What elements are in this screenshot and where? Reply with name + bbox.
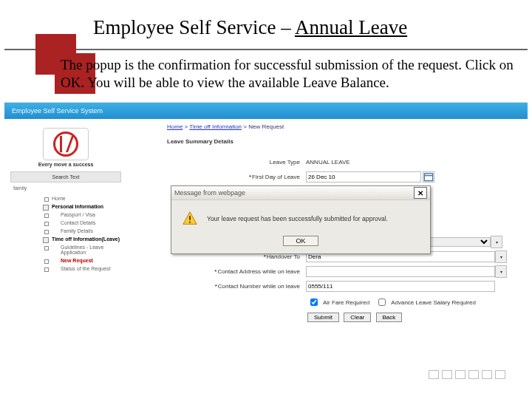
nav-status[interactable]: Status of the Request — [40, 266, 121, 271]
nav-contact[interactable]: Contact Details — [40, 220, 121, 225]
nav-new-request[interactable]: New Request — [40, 258, 121, 263]
page-title: Employee Self Service – Annual Leave — [93, 16, 407, 39]
app-screenshot: Employee Self Service System Every move … — [4, 102, 528, 382]
nav-home[interactable]: Home — [40, 196, 121, 201]
logo-tagline: Every move a success — [10, 162, 121, 167]
crumb-leaf: New Request — [248, 123, 284, 130]
svg-rect-3 — [189, 222, 191, 223]
calendar-icon[interactable] — [423, 171, 434, 183]
pager-box[interactable] — [482, 370, 492, 379]
pager-box[interactable] — [429, 370, 439, 379]
nav-family[interactable]: Family Details — [40, 228, 121, 233]
contact-num-input[interactable] — [306, 281, 495, 292]
chevron-down-icon[interactable]: ▾ — [495, 250, 507, 263]
crumb-timeoff[interactable]: Time off Information — [189, 123, 242, 130]
clear-button[interactable]: Clear — [344, 313, 371, 322]
close-icon[interactable]: ✕ — [414, 187, 427, 199]
nav-personal-info[interactable]: Personal Information — [40, 204, 121, 209]
slide-pager — [429, 370, 505, 379]
pager-box[interactable] — [495, 370, 505, 379]
header-rule — [4, 49, 528, 50]
advance-salary-checkbox[interactable] — [378, 299, 386, 306]
svg-rect-2 — [189, 216, 191, 220]
warning-icon — [182, 211, 198, 227]
airfare-label: Air Fare Required — [323, 299, 369, 306]
chevron-down-icon[interactable]: ▾ — [495, 265, 507, 278]
ok-button[interactable]: OK — [283, 236, 318, 246]
leave-type-label: Leave Type — [167, 159, 306, 166]
dialog-title: Message from webpage — [174, 189, 245, 197]
instruction-text: The popup is the confirmation for succes… — [61, 56, 519, 92]
nav-passport[interactable]: Passport / Visa — [40, 212, 121, 217]
nav-guidelines[interactable]: Guidelines - Leave Application — [40, 245, 121, 255]
contact-num-label: Contact Number while on leave — [167, 283, 306, 290]
pager-box[interactable] — [442, 370, 452, 379]
first-day-label: First Day of Leave — [167, 174, 306, 180]
chevron-down-icon[interactable]: ▾ — [491, 236, 502, 248]
section-heading: Leave Summary Details — [167, 138, 233, 145]
advance-salary-label: Advance Leave Salary Required — [391, 299, 476, 306]
search-label: Search Text — [10, 171, 121, 183]
nav-timeoff[interactable]: Time off Information(Leave) — [40, 236, 121, 242]
pager-box[interactable] — [455, 370, 466, 379]
fsl-logo — [43, 128, 89, 160]
breadcrumb: Home > Time off Information > New Reques… — [167, 123, 284, 130]
pager-box[interactable] — [468, 370, 479, 379]
crumb-home[interactable]: Home — [167, 123, 183, 130]
submit-button[interactable]: Submit — [307, 313, 339, 322]
sidebar-nav: Home Personal Information Passport / Vis… — [10, 196, 121, 271]
confirmation-dialog: Message from webpage ✕ Your leave reques… — [171, 185, 431, 254]
back-button[interactable]: Back — [376, 313, 403, 322]
app-title-bar: Employee Self Service System — [4, 103, 528, 119]
contact-addr-label: Contact Address while on leave — [167, 268, 306, 275]
leave-type-value: ANNUAL LEAVE — [306, 159, 350, 166]
airfare-checkbox[interactable] — [310, 299, 318, 306]
svg-rect-0 — [424, 174, 432, 181]
dialog-message: Your leave request has been successfully… — [207, 215, 388, 222]
contact-addr-input[interactable] — [306, 266, 495, 277]
first-day-input[interactable] — [306, 171, 421, 183]
search-input-value[interactable]: family — [13, 185, 121, 191]
